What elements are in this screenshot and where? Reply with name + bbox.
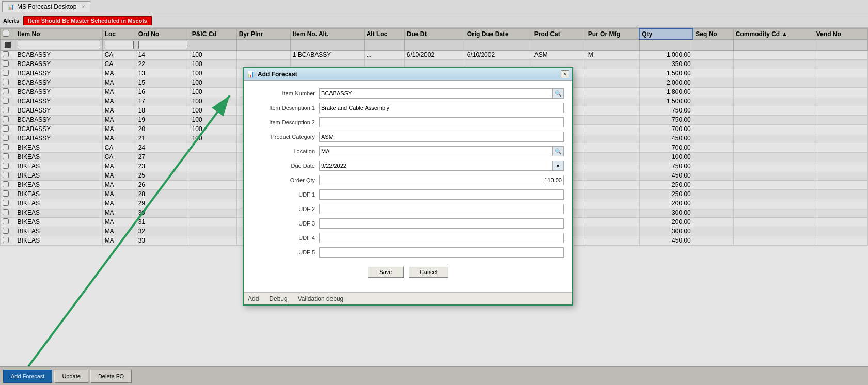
udf3-row: UDF 3 bbox=[252, 218, 564, 229]
item-number-input[interactable] bbox=[319, 88, 553, 99]
modal-body: Item Number 🔍 Item Description 1 Item De… bbox=[244, 81, 572, 292]
udf3-label: UDF 3 bbox=[252, 220, 319, 227]
modal-overlay: 📊 Add Forecast × Item Number 🔍 Item Desc… bbox=[0, 0, 868, 385]
modal-footer-buttons: Save Cancel bbox=[252, 261, 564, 285]
item-number-field-wrap: 🔍 bbox=[319, 88, 564, 99]
order-qty-row: Order Qty bbox=[252, 174, 564, 186]
location-row: Location 🔍 bbox=[252, 146, 564, 157]
due-date-row: Due Date ▼ bbox=[252, 160, 564, 171]
modal-close-button[interactable]: × bbox=[561, 70, 569, 78]
location-search-button[interactable]: 🔍 bbox=[553, 146, 564, 156]
udf1-row: UDF 1 bbox=[252, 189, 564, 200]
udf4-row: UDF 4 bbox=[252, 232, 564, 244]
cancel-button[interactable]: Cancel bbox=[409, 266, 448, 278]
udf1-input[interactable] bbox=[319, 189, 564, 200]
item-desc1-row: Item Description 1 bbox=[252, 102, 564, 114]
udf1-label: UDF 1 bbox=[252, 191, 319, 198]
udf5-input[interactable] bbox=[319, 247, 564, 258]
item-desc2-row: Item Description 2 bbox=[252, 117, 564, 128]
item-desc1-input[interactable] bbox=[319, 103, 564, 113]
item-number-search-button[interactable]: 🔍 bbox=[553, 88, 564, 99]
status-add[interactable]: Add bbox=[248, 295, 259, 302]
status-debug[interactable]: Debug bbox=[269, 295, 287, 302]
item-desc2-input[interactable] bbox=[319, 117, 564, 127]
item-number-row: Item Number 🔍 bbox=[252, 88, 564, 99]
modal-dialog-icon: 📊 bbox=[247, 71, 255, 78]
due-date-calendar-button[interactable]: ▼ bbox=[553, 161, 564, 171]
modal-title-section: 📊 Add Forecast bbox=[247, 71, 297, 78]
udf3-input[interactable] bbox=[319, 218, 564, 229]
location-input[interactable] bbox=[319, 146, 553, 156]
item-number-label: Item Number bbox=[252, 90, 319, 97]
udf5-label: UDF 5 bbox=[252, 249, 319, 255]
location-field-wrap: 🔍 bbox=[319, 146, 564, 156]
due-date-field-wrap: ▼ bbox=[319, 161, 564, 171]
udf2-row: UDF 2 bbox=[252, 203, 564, 215]
due-date-input[interactable] bbox=[319, 161, 553, 171]
product-category-label: Product Category bbox=[252, 134, 319, 140]
due-date-label: Due Date bbox=[252, 163, 319, 169]
item-desc1-label: Item Description 1 bbox=[252, 105, 319, 111]
udf4-input[interactable] bbox=[319, 233, 564, 243]
udf4-label: UDF 4 bbox=[252, 235, 319, 241]
order-qty-label: Order Qty bbox=[252, 177, 319, 183]
modal-status-bar: Add Debug Validation debug bbox=[244, 292, 572, 304]
order-qty-input[interactable] bbox=[319, 175, 564, 185]
modal-titlebar: 📊 Add Forecast × bbox=[244, 68, 572, 81]
udf2-input[interactable] bbox=[319, 204, 564, 214]
udf5-row: UDF 5 bbox=[252, 247, 564, 258]
modal-title: Add Forecast bbox=[258, 71, 297, 78]
product-category-row: Product Category bbox=[252, 131, 564, 142]
save-button[interactable]: Save bbox=[368, 266, 404, 278]
add-forecast-dialog: 📊 Add Forecast × Item Number 🔍 Item Desc… bbox=[243, 67, 573, 306]
udf2-label: UDF 2 bbox=[252, 206, 319, 212]
location-label: Location bbox=[252, 148, 319, 154]
product-category-input[interactable] bbox=[319, 132, 564, 142]
item-desc2-label: Item Description 2 bbox=[252, 119, 319, 125]
status-validation-debug[interactable]: Validation debug bbox=[298, 295, 344, 302]
